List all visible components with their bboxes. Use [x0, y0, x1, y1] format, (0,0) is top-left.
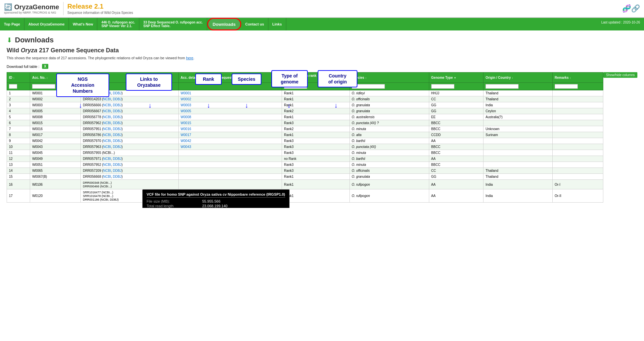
filter-genome-input[interactable]	[431, 84, 454, 89]
ncbi-link[interactable]: NCBI	[103, 115, 111, 119]
ddbj-link[interactable]: DDBJ	[113, 91, 121, 95]
ddbj-link[interactable]: DDBJ	[113, 175, 121, 178]
cell-id: 6	[7, 120, 30, 126]
ddbj-link[interactable]: DDBJ	[113, 127, 121, 131]
ncbi-link[interactable]: NCBI	[103, 109, 111, 113]
ddbj-link[interactable]: DDBJ	[113, 169, 121, 172]
oryzabase-link[interactable]: W0042	[181, 139, 191, 143]
cell-remarks	[552, 132, 603, 138]
filter-rank-input[interactable]	[284, 84, 307, 89]
oryzabase-link[interactable]: W0002	[181, 97, 191, 101]
ddbj-link[interactable]: DDBJ	[113, 139, 121, 143]
ncbi-link[interactable]: NCBI	[103, 163, 111, 167]
show-hide-columns-button[interactable]: Show/hide columns	[603, 72, 637, 78]
cell-drr: DRR057955 (NCBI...)	[81, 150, 178, 156]
oryzabase-link[interactable]: W0016	[181, 127, 191, 131]
nav-top-page[interactable]: Top Page	[0, 18, 24, 30]
ncbi-link[interactable]: NCBI	[103, 133, 111, 137]
filter-details	[178, 83, 282, 90]
cell-species: O. officinalis	[349, 96, 429, 102]
nav-contact[interactable]: Contact us	[241, 18, 268, 30]
cell-origin	[483, 156, 553, 162]
cell-species: O. minuta	[349, 126, 429, 132]
table-row: 1 W0001 DRR056663 (NCBI, DDBJ) W0001 Ran…	[7, 90, 603, 96]
cell-origin	[483, 150, 553, 156]
here-link[interactable]: here	[186, 56, 193, 60]
cell-drr: DRR014203 (NCBI, DDBJ)	[81, 96, 178, 102]
ncbi-link[interactable]: NCBI	[103, 139, 111, 143]
cell-drr: DRR056667 (NCBI, DDBJ)	[81, 108, 178, 114]
cell-drr: DRR056668 (NCBI, DDBJ)	[81, 174, 178, 180]
ddbj-link[interactable]: DDBJ	[113, 145, 121, 149]
cell-drr: DRR056778 (NCBI, DDBJ)	[81, 114, 178, 120]
oryzabase-link[interactable]: W0017	[181, 133, 191, 137]
excel-download-button[interactable]: X	[42, 64, 48, 69]
cell-remarks	[552, 168, 603, 174]
oryzabase-link[interactable]: W0005	[181, 109, 191, 113]
oryzabase-link[interactable]: W0015	[181, 121, 191, 125]
ncbi-link[interactable]: NCBI	[103, 157, 111, 161]
cell-details	[178, 168, 282, 174]
tooltip-value-readlength: 23.068.199.140	[202, 204, 227, 208]
cell-genome: GG	[429, 174, 483, 180]
cell-id: 14	[7, 168, 30, 174]
cell-rank: Rank3	[282, 162, 350, 168]
cell-genome: BBCC	[429, 150, 483, 156]
cell-details: W0005	[178, 108, 282, 114]
cell-id: 10	[7, 144, 30, 150]
cell-genome: BBCC	[429, 144, 483, 150]
cell-acc: W0002	[30, 96, 81, 102]
cell-acc: W0043	[30, 144, 81, 150]
ddbj-link[interactable]: DDBJ	[113, 115, 121, 119]
oryzabase-link[interactable]: W0001	[181, 91, 191, 95]
ncbi-link[interactable]: NCBI	[103, 169, 111, 172]
ncbi-link[interactable]: NCBI	[103, 121, 111, 125]
cell-origin: India	[483, 189, 553, 203]
filter-origin-input[interactable]	[485, 84, 519, 89]
cell-acc: W0106	[30, 180, 81, 189]
ncbi-link[interactable]: NCBI	[103, 127, 111, 131]
col-details: Acc. details and material request	[178, 73, 282, 83]
table-header-row: ID ↕ Acc. No. ↕ DRR No. Acc. details and…	[7, 73, 603, 83]
tooltip-popup: VCF file for homo SNP against Oryza sati…	[142, 189, 290, 208]
cell-origin	[483, 144, 553, 150]
oryzabase-link[interactable]: W0008	[181, 115, 191, 119]
ddbj-link[interactable]: DDBJ	[113, 109, 121, 113]
ncbi-link[interactable]: NCBI	[103, 175, 111, 178]
ncbi-link[interactable]: NCBI	[103, 145, 111, 149]
nav-downloads[interactable]: Downloads	[207, 18, 241, 30]
cell-species: O. minuta	[349, 150, 429, 156]
oryzabase-link[interactable]: W0043	[181, 145, 191, 149]
nav-snp-effect[interactable]: 33 Deep Sequenced O. rufipogon acc.SNP E…	[139, 18, 207, 30]
cell-details: W0001	[178, 90, 282, 96]
filter-acc-input[interactable]	[32, 84, 55, 89]
nav-links[interactable]: Links	[268, 18, 286, 30]
ddbj-link[interactable]: DDBJ	[113, 97, 121, 101]
nav-about[interactable]: About OryzaGenome	[24, 18, 69, 30]
filter-remarks-input[interactable]	[555, 84, 578, 89]
ddbj-link[interactable]: DDBJ	[113, 133, 121, 137]
cell-species: O. granulata	[349, 174, 429, 180]
filter-id	[7, 83, 30, 90]
ddbj-link[interactable]: DDBJ	[113, 163, 121, 167]
cell-species: O. minuta	[349, 162, 429, 168]
filter-id-input[interactable]	[9, 84, 17, 89]
ncbi-link[interactable]: NCBI	[103, 103, 111, 107]
nav-snp-viewer[interactable]: 446 O. rufipogon acc.SNP Viewer Ver 2.1.	[97, 18, 139, 30]
table-wrapper: ID ↕ Acc. No. ↕ DRR No. Acc. details and…	[7, 72, 603, 203]
nav-whats-new[interactable]: What's New	[69, 18, 97, 30]
filter-species-input[interactable]	[352, 84, 385, 89]
ddbj-link[interactable]: DDBJ	[113, 121, 121, 125]
ncbi-link[interactable]: NCBI	[103, 97, 111, 101]
cell-details: W0016	[178, 126, 282, 132]
cell-acc: W0005	[30, 108, 81, 114]
col-genome: Genome Type ▼	[429, 73, 483, 83]
ncbi-link[interactable]: NCBI	[103, 91, 111, 95]
release-title: Release 2.1	[68, 3, 133, 10]
oryzabase-link[interactable]: W0003	[181, 103, 191, 107]
ddbj-link[interactable]: DDBJ	[113, 157, 121, 161]
cell-species: O. rufipogon	[349, 180, 429, 189]
cell-details: W0015	[178, 120, 282, 126]
ddbj-link[interactable]: DDBJ	[113, 103, 121, 107]
cell-rank: Rank1	[282, 90, 350, 96]
